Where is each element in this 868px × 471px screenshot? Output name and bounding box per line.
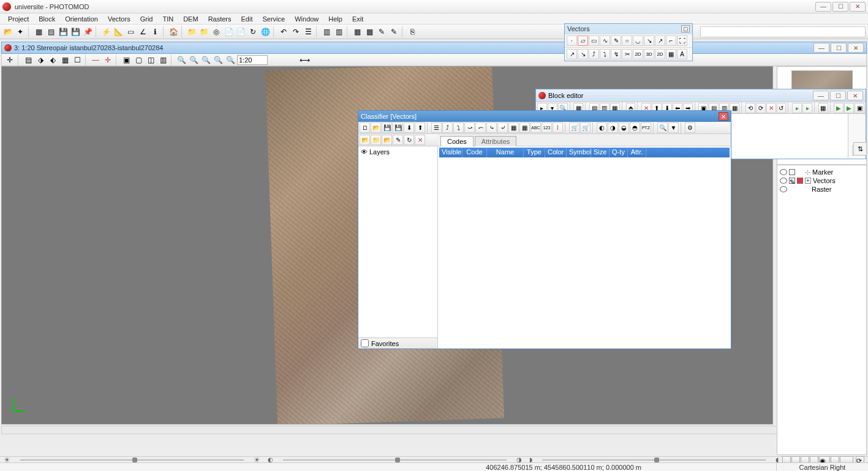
- menu-edit[interactable]: Edit: [237, 15, 257, 23]
- menu-orientation[interactable]: Orientation: [61, 15, 102, 23]
- grid-icon[interactable]: ▦: [33, 26, 44, 37]
- measure-icon[interactable]: 📐: [113, 26, 124, 37]
- vec-b3-icon[interactable]: ⤴: [589, 49, 599, 59]
- expand-icon[interactable]: +: [805, 178, 811, 184]
- menu-exit[interactable]: Exit: [348, 15, 368, 23]
- layer-row-vectors[interactable]: ✎ + Vectors: [779, 176, 865, 185]
- cl-find-icon[interactable]: 🔍: [657, 122, 668, 133]
- tab-codes[interactable]: Codes: [440, 136, 474, 146]
- strip2-icon[interactable]: ▥: [333, 26, 344, 37]
- zoom-input[interactable]: [237, 55, 268, 65]
- st-cross-icon[interactable]: ✛: [102, 55, 113, 66]
- cl-cart-icon[interactable]: 🛒: [569, 122, 579, 133]
- st-measure-icon[interactable]: ⟷: [300, 55, 311, 66]
- folder-icon[interactable]: 📁: [186, 26, 197, 37]
- eye-icon[interactable]: 👁: [361, 148, 368, 156]
- cl-filter-icon[interactable]: ▼: [668, 122, 679, 133]
- strip-icon[interactable]: ▥: [321, 26, 332, 37]
- vec-text-icon[interactable]: A: [677, 49, 687, 59]
- wand-icon[interactable]: ✦: [15, 26, 26, 37]
- cl-export-icon[interactable]: ⬆: [415, 122, 425, 133]
- be-t16-icon[interactable]: ⟲: [745, 103, 755, 113]
- be-t19-icon[interactable]: ↺: [777, 103, 787, 113]
- col-type[interactable]: Type: [524, 148, 545, 157]
- visibility-icon[interactable]: [780, 178, 787, 184]
- col-symbol[interactable]: Symbol: [567, 148, 591, 157]
- toolbar-input[interactable]: [700, 26, 866, 37]
- cl-s4-icon[interactable]: ◓: [630, 122, 640, 133]
- vec-edit-icon[interactable]: ✎: [611, 36, 621, 46]
- gamma-slider[interactable]: [542, 459, 766, 461]
- stereo-minimize-button[interactable]: —: [813, 43, 829, 53]
- doc-icon[interactable]: 📄: [223, 26, 234, 37]
- st-win1-icon[interactable]: ▣: [121, 55, 132, 66]
- col-name[interactable]: Name: [487, 148, 524, 157]
- classifier-window[interactable]: Classifier [Vectors] ✕ 🗋 📂 💾 💾 ⬇ ⬆ ☰ ⤴ ⤵…: [358, 110, 731, 349]
- menu-window[interactable]: Window: [290, 15, 323, 23]
- vec-b1-icon[interactable]: ↗: [567, 49, 577, 59]
- be-t22-icon[interactable]: ▦: [818, 103, 828, 113]
- grid3-icon[interactable]: ▦: [364, 26, 375, 37]
- st-pickb-icon[interactable]: ⬖: [47, 55, 58, 66]
- st-red-icon[interactable]: —: [90, 55, 101, 66]
- cl-save-icon[interactable]: 💾: [382, 122, 392, 133]
- visibility-icon[interactable]: [780, 186, 787, 192]
- cl-ptz-icon[interactable]: PTZ: [641, 122, 651, 133]
- stereo-close-button[interactable]: ✕: [848, 43, 864, 53]
- tree-root-layers[interactable]: 👁 Layers: [361, 148, 435, 156]
- refresh-icon[interactable]: ↻: [247, 26, 259, 37]
- st-mode2-icon[interactable]: ☐: [72, 55, 83, 66]
- cl-saveas-icon[interactable]: 💾: [393, 122, 403, 133]
- vec-poly-icon[interactable]: ▭: [589, 36, 599, 46]
- target-icon[interactable]: ◎: [211, 26, 222, 37]
- be-t20-icon[interactable]: ▸: [792, 103, 802, 113]
- st-win2-icon[interactable]: ▢: [133, 55, 144, 66]
- cl-s1-icon[interactable]: ◐: [597, 122, 607, 133]
- color-swatch[interactable]: [797, 178, 803, 184]
- maximize-button[interactable]: ☐: [832, 2, 848, 12]
- cl-l1-icon[interactable]: ⤴: [442, 122, 453, 133]
- globe-icon[interactable]: 🌐: [260, 26, 271, 37]
- cl-tree4-icon[interactable]: ✎: [393, 135, 403, 145]
- st-zoomfit-icon[interactable]: 🔍: [200, 55, 211, 66]
- doc2-icon[interactable]: 📄: [235, 26, 246, 37]
- st-win4-icon[interactable]: ▥: [157, 55, 168, 66]
- menu-rasters[interactable]: Rasters: [204, 15, 236, 23]
- vec-3d-icon[interactable]: 3D: [644, 49, 654, 59]
- vectors-panel-close-icon[interactable]: ▢: [681, 25, 690, 32]
- cl-l2-icon[interactable]: ⤵: [453, 122, 464, 133]
- cl-import-icon[interactable]: ⬇: [404, 122, 414, 133]
- cl-tree2-icon[interactable]: 📁: [371, 135, 381, 145]
- col-code[interactable]: Code: [462, 148, 487, 157]
- be-t18-icon[interactable]: ✕: [766, 103, 776, 113]
- export-icon[interactable]: ⎘: [407, 26, 418, 37]
- stereo-maximize-button[interactable]: ☐: [831, 43, 847, 53]
- cl-tree5-icon[interactable]: ↻: [404, 135, 414, 145]
- st-zoomout-icon[interactable]: 🔍: [188, 55, 199, 66]
- contrast-slider[interactable]: [283, 459, 507, 461]
- cl-grid1-icon[interactable]: ▦: [508, 122, 519, 133]
- house-icon[interactable]: 🏠: [168, 26, 179, 37]
- open-icon[interactable]: 📂: [2, 26, 13, 37]
- st-layer-icon[interactable]: ▤: [23, 55, 34, 66]
- close-button[interactable]: ✕: [850, 2, 866, 12]
- vec-line-icon[interactable]: ▱: [578, 36, 588, 46]
- brightness-slider[interactable]: [20, 459, 244, 461]
- save-icon[interactable]: 💾: [58, 26, 69, 37]
- col-qty[interactable]: Q-ty: [609, 148, 628, 157]
- block-editor-titlebar[interactable]: Block editor — ☐ ✕: [536, 89, 866, 102]
- tab-attributes[interactable]: Attributes: [475, 136, 516, 146]
- cl-i-icon[interactable]: I: [553, 122, 563, 133]
- stereo-titlebar[interactable]: 3: 1:20 Stereopair istanbul270283-istanb…: [1, 42, 867, 54]
- edit-icon[interactable]: ✎: [376, 26, 387, 37]
- st-zoom1-icon[interactable]: 🔍: [225, 55, 236, 66]
- cl-open-icon[interactable]: 📂: [371, 122, 381, 133]
- cl-list-icon[interactable]: ☰: [431, 122, 442, 133]
- cl-new-icon[interactable]: 🗋: [360, 122, 370, 133]
- st-pick-icon[interactable]: ⬗: [35, 55, 46, 66]
- list-icon[interactable]: ☰: [303, 26, 314, 37]
- classifier-grid[interactable]: Visible Code Name Type Color Symbol Size…: [438, 146, 731, 349]
- cl-l3-icon[interactable]: ⤻: [464, 122, 475, 133]
- vec-b5-icon[interactable]: ↯: [611, 49, 621, 59]
- vec-arrow2-icon[interactable]: ↗: [655, 36, 665, 46]
